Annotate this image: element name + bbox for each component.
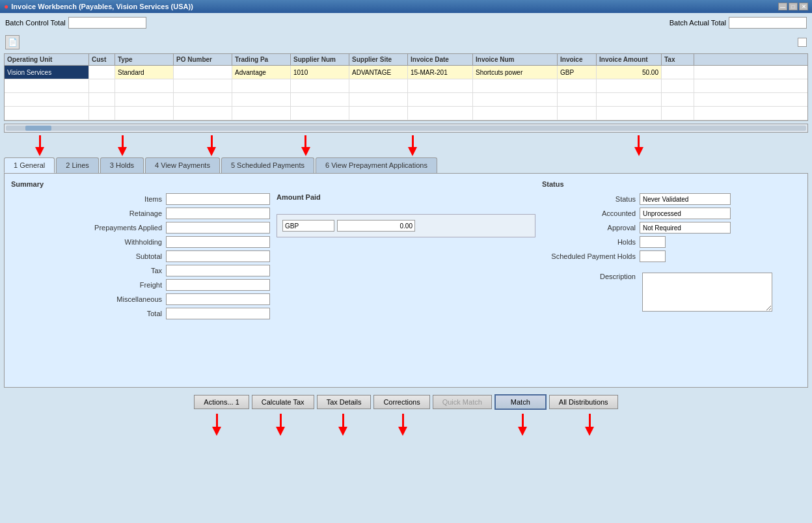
freight-input[interactable]: [166, 279, 270, 291]
cell-empty: [558, 79, 597, 92]
all-distributions-button[interactable]: All Distributions: [549, 395, 618, 409]
tab-general[interactable]: 1 General: [4, 157, 55, 173]
table-row[interactable]: [5, 107, 807, 120]
items-input[interactable]: [166, 193, 270, 205]
batch-control-input[interactable]: [68, 17, 146, 29]
col-invoice-amount: Invoice Amount: [597, 54, 662, 65]
retainage-label: Retainage: [81, 209, 166, 217]
corrections-button[interactable]: Corrections: [373, 395, 429, 409]
subtotal-input[interactable]: [166, 250, 270, 262]
grid-header: Operating Unit Cust Type PO Number Tradi…: [5, 54, 807, 66]
subtotal-label: Subtotal: [81, 252, 166, 260]
holds-label: Holds: [542, 238, 640, 246]
cell-empty: [115, 93, 174, 106]
amount-paid-row: [282, 220, 530, 232]
cell-supplier-site: ADVANTAGE: [349, 66, 408, 79]
cell-empty: [5, 93, 89, 106]
table-row[interactable]: [5, 79, 807, 93]
misc-input[interactable]: [166, 293, 270, 305]
scrollbar-thumb[interactable]: [25, 126, 51, 131]
col-operating-unit: Operating Unit: [5, 54, 89, 65]
total-row: Total: [11, 308, 270, 319]
minimize-button[interactable]: —: [778, 3, 787, 10]
misc-label: Miscellaneous: [81, 295, 166, 303]
cell-cust: [89, 66, 115, 79]
cell-tax: [662, 66, 694, 79]
summary-fields: Items Retainage Prepayments Applied: [11, 193, 270, 319]
cell-empty: [174, 107, 232, 120]
cell-empty: [473, 107, 558, 120]
accounted-label: Accounted: [542, 209, 640, 217]
col-invoice: Invoice: [558, 54, 597, 65]
withholding-input[interactable]: [166, 236, 270, 248]
close-button[interactable]: ✕: [799, 3, 808, 10]
quick-match-button[interactable]: Quick Match: [433, 395, 492, 409]
maximize-button[interactable]: □: [789, 3, 798, 10]
cell-empty: [662, 107, 694, 120]
cell-empty: [291, 79, 349, 92]
cell-empty: [291, 107, 349, 120]
tab-view-payments[interactable]: 4 View Payments: [145, 157, 220, 173]
window-controls: — □ ✕: [778, 3, 808, 10]
status-row-approval: Approval Not Required: [542, 222, 801, 234]
cell-empty: [408, 93, 473, 106]
retainage-input[interactable]: [166, 208, 270, 219]
actions-button[interactable]: Actions... 1: [194, 395, 249, 409]
description-section: Description: [542, 273, 801, 312]
table-row[interactable]: Vision Services Standard Advantage 1010 …: [5, 66, 807, 79]
tax-input[interactable]: [166, 265, 270, 276]
prepayments-label: Prepayments Applied: [81, 224, 166, 232]
currency-input[interactable]: [282, 220, 334, 232]
cell-empty: [558, 107, 597, 120]
checkbox[interactable]: [798, 38, 807, 47]
items-row: Items: [11, 193, 270, 205]
amount-paid-input[interactable]: [337, 220, 415, 232]
cell-empty: [174, 79, 232, 92]
cell-empty: [597, 107, 662, 120]
batch-control: Batch Control Total: [5, 17, 146, 29]
cell-empty: [174, 93, 232, 106]
tab-scheduled-payments[interactable]: 5 Scheduled Payments: [221, 157, 314, 173]
tab-prepayment[interactable]: 6 View Prepayment Applications: [316, 157, 437, 173]
cell-type: Standard: [115, 66, 174, 79]
subtotal-row: Subtotal: [11, 250, 270, 262]
total-input[interactable]: [166, 308, 270, 319]
cell-empty: [349, 107, 408, 120]
table-row[interactable]: [5, 93, 807, 107]
amount-paid-box: [277, 214, 535, 237]
batch-actual-label: Batch Actual Total: [670, 19, 726, 27]
cell-empty: [89, 79, 115, 92]
col-trading-pa: Trading Pa: [232, 54, 291, 65]
toolbar-row: 📄: [3, 34, 809, 51]
cell-empty: [115, 79, 174, 92]
prepayments-row: Prepayments Applied: [11, 222, 270, 234]
invoice-grid: Operating Unit Cust Type PO Number Tradi…: [4, 53, 808, 121]
new-record-icon[interactable]: 📄: [5, 35, 20, 49]
cell-empty: [473, 93, 558, 106]
calculate-tax-button[interactable]: Calculate Tax: [252, 395, 314, 409]
col-type: Type: [115, 54, 174, 65]
tab-lines[interactable]: 2 Lines: [56, 157, 98, 173]
misc-row: Miscellaneous: [11, 293, 270, 305]
cell-empty: [89, 93, 115, 106]
status-row-holds: Holds: [542, 236, 801, 248]
batch-actual-input[interactable]: [729, 17, 807, 29]
sched-holds-value: [640, 250, 666, 262]
cell-empty: [89, 107, 115, 120]
title-bar: ● Invoice Workbench (Payables, Vision Se…: [0, 0, 812, 13]
prepayments-input[interactable]: [166, 222, 270, 234]
col-cust: Cust: [89, 54, 115, 65]
match-button[interactable]: Match: [494, 394, 547, 410]
window-container: ● Invoice Workbench (Payables, Vision Se…: [0, 0, 812, 438]
cell-invoice-num: Shortcuts power: [473, 66, 558, 79]
status-row-status: Status Never Validated: [542, 193, 801, 205]
status-row-accounted: Accounted Unprocessed: [542, 208, 801, 219]
description-textarea[interactable]: [642, 273, 772, 312]
withholding-label: Withholding: [81, 238, 166, 246]
status-title: Status: [542, 180, 801, 188]
horizontal-scrollbar[interactable]: [4, 124, 808, 133]
middle-section: Amount Paid: [277, 180, 535, 322]
tab-holds[interactable]: 3 Holds: [100, 157, 144, 173]
cell-empty: [232, 79, 291, 92]
tax-details-button[interactable]: Tax Details: [317, 395, 372, 409]
